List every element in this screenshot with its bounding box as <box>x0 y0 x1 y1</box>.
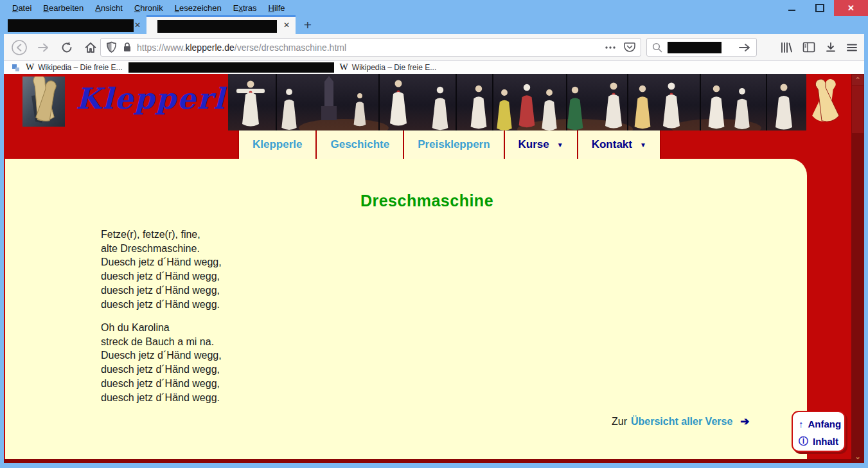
reload-button[interactable] <box>58 39 76 57</box>
verse-overview-link[interactable]: Übersicht aller Verse <box>631 416 732 428</box>
scroll-up-icon[interactable] <box>852 75 864 85</box>
nav-item-kontakt[interactable]: Kontakt▼ <box>578 130 661 159</box>
quicknav-box: ↑ Anfang ⓘ Inhalt <box>792 411 846 452</box>
bookmark-label: Wikipedia – Die freie E... <box>38 63 122 72</box>
poem-line: duesch jetz d´Händ wegg, <box>101 363 222 377</box>
hamburger-menu-icon[interactable] <box>846 43 858 52</box>
home-icon <box>84 40 98 55</box>
poem-line: streck de Bauch a mi na. <box>101 335 222 349</box>
poem-line: alte Dreschmaschine. <box>101 242 222 256</box>
download-icon[interactable] <box>825 42 837 53</box>
page-actions-icon[interactable] <box>605 46 616 50</box>
poem-line: duesch jetz d´Händ wegg, <box>101 377 222 391</box>
wikipedia-w-icon: W <box>340 62 348 73</box>
bookmark-favicon <box>12 64 20 72</box>
page-scrollbar[interactable] <box>851 74 864 463</box>
tracking-shield-icon <box>106 41 117 53</box>
menu-lesezeichen[interactable]: Lesezeichen <box>169 1 227 15</box>
lock-icon <box>123 42 132 53</box>
arrow-right-icon: ➔ <box>740 415 749 428</box>
forward-icon <box>36 40 50 55</box>
poem-line: Oh du Karolina <box>101 321 222 335</box>
arrow-up-icon: ↑ <box>799 419 804 429</box>
bookmark-label: Wikipedia – Die freie E... <box>352 63 436 72</box>
url-bar[interactable]: https://www.klepperle.de/verse/dreschmas… <box>100 38 641 57</box>
page-viewport: Klepperle <box>4 74 864 463</box>
menu-datei[interactable]: Datei <box>6 1 37 15</box>
menu-extras[interactable]: Extras <box>227 1 263 15</box>
page-title: Dreschmaschine <box>4 192 850 210</box>
back-icon <box>10 39 28 57</box>
menu-bearbeiten[interactable]: Bearbeiten <box>37 1 89 15</box>
maximize-button[interactable] <box>806 0 834 16</box>
klepper-emblem-icon <box>805 76 846 127</box>
navigation-toolbar: https://www.klepperle.de/verse/dreschmas… <box>4 34 864 61</box>
pocket-icon[interactable] <box>624 42 635 53</box>
search-box[interactable] <box>646 38 757 57</box>
link-prefix: Zur <box>612 416 627 428</box>
redacted-bookmark[interactable] <box>128 62 334 73</box>
menu-bar: Datei Bearbeiten Ansicht Chronik Lesezei… <box>6 1 291 15</box>
search-icon <box>652 42 662 53</box>
bookmark-icon-only[interactable] <box>12 64 20 72</box>
back-button[interactable] <box>10 39 28 57</box>
reload-icon <box>60 40 74 55</box>
bookmarks-bar: W Wikipedia – Die freie E... W Wikipedia… <box>4 61 864 74</box>
site-logo: Klepperle <box>76 82 245 116</box>
poem-line: duesch jetz d´Händ wegg. <box>101 298 222 312</box>
wikipedia-w-icon: W <box>26 62 34 73</box>
info-icon: ⓘ <box>799 435 808 447</box>
inhalt-link[interactable]: ⓘ Inhalt <box>799 433 844 449</box>
poem-line: duesch jetz d´Händ wegg, <box>101 284 222 298</box>
scrollbar-thumb[interactable] <box>852 86 864 133</box>
close-window-button[interactable] <box>834 0 868 16</box>
menu-chronik[interactable]: Chronik <box>128 1 169 15</box>
chevron-down-icon: ▼ <box>640 141 646 148</box>
chevron-down-icon: ▼ <box>557 141 563 148</box>
poem-line: Fetze(r), fetze(r), fine, <box>101 228 222 242</box>
klepper-photo <box>22 76 65 127</box>
url-text: https://www.klepperle.de/verse/dreschmas… <box>137 42 605 53</box>
tab-close-icon[interactable] <box>132 19 143 31</box>
nav-item-geschichte[interactable]: Geschichte <box>317 130 404 159</box>
window-titlebar: Datei Bearbeiten Ansicht Chronik Lesezei… <box>0 0 868 15</box>
poem-line: Duesch jetz d´Händ wegg, <box>101 348 222 363</box>
sidebar-icon[interactable] <box>802 42 815 53</box>
tab-strip <box>4 15 864 34</box>
site-navigation: Klepperle Geschichte Preiskleppern Kurse… <box>238 130 661 159</box>
anfang-link[interactable]: ↑ Anfang <box>799 416 844 431</box>
nav-item-preiskleppern[interactable]: Preiskleppern <box>404 130 504 159</box>
menu-hilfe[interactable]: Hilfe <box>263 1 291 15</box>
search-go-icon[interactable] <box>738 43 751 52</box>
forward-button[interactable] <box>34 39 52 57</box>
poem-line: duesch jetz d´Händ wegg, <box>101 269 222 284</box>
bookmark-wikipedia-2[interactable]: W Wikipedia – Die freie E... <box>340 62 437 73</box>
home-button[interactable] <box>82 39 100 57</box>
page-footer-strip <box>4 459 864 463</box>
verse-overview-link-row: Zur Übersicht aller Verse ➔ <box>612 415 750 428</box>
poem-line: Duesch jetz d´Händ wegg, <box>101 255 222 269</box>
poem-line: duesch jetz d´Händ wegg. <box>101 391 222 405</box>
redacted-tab-title <box>8 19 134 32</box>
poem-verse-1: Fetze(r), fetze(r), fine, alte Dreschmas… <box>101 228 222 311</box>
poem-verse-2: Oh du Karolina streck de Bauch a mi na. … <box>101 321 222 404</box>
window-controls <box>777 0 868 16</box>
redacted-tab-title <box>157 20 277 33</box>
redacted-search-query <box>668 42 722 53</box>
browser-tab-inactive[interactable] <box>5 17 146 34</box>
tab-close-icon[interactable] <box>281 19 292 31</box>
browser-tab-active[interactable] <box>146 15 296 35</box>
minimize-button[interactable] <box>777 0 806 16</box>
nav-item-klepperle[interactable]: Klepperle <box>238 130 317 159</box>
carnival-photo-strip <box>228 74 806 130</box>
library-icon[interactable] <box>780 42 793 53</box>
bookmark-wikipedia-1[interactable]: W Wikipedia – Die freie E... <box>26 62 123 73</box>
new-tab-button[interactable] <box>299 17 316 33</box>
nav-item-kurse[interactable]: Kurse▼ <box>505 130 578 159</box>
menu-ansicht[interactable]: Ansicht <box>89 1 128 15</box>
scroll-down-icon[interactable] <box>852 451 864 462</box>
